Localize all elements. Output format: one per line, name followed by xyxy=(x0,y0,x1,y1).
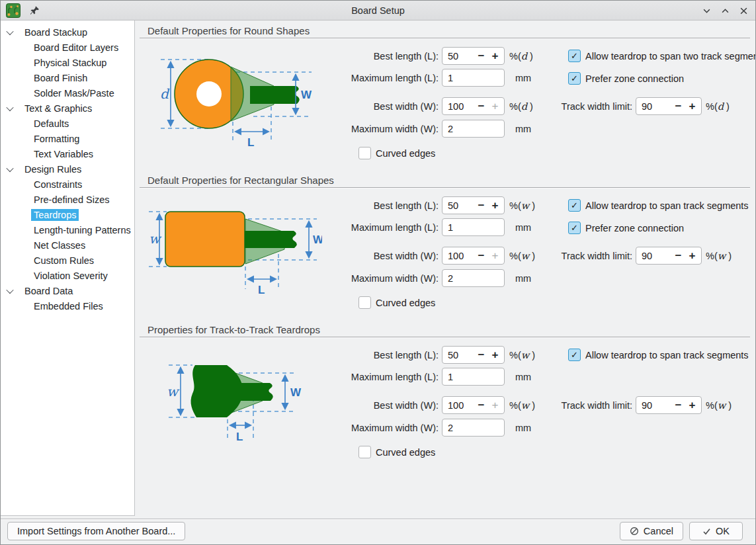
best-length-label: Best length (L): xyxy=(306,47,439,65)
increment-icon[interactable]: + xyxy=(488,349,502,362)
decrement-icon[interactable]: − xyxy=(474,399,488,412)
sidebar-item-formatting[interactable]: Formatting xyxy=(1,131,134,146)
sidebar-item-text-variables[interactable]: Text Variables xyxy=(1,146,134,161)
curved-edges-checkbox-row[interactable]: Curved edges xyxy=(358,147,435,159)
decrement-icon[interactable]: − xyxy=(671,399,685,412)
best-length-unit: %(w ) xyxy=(509,196,535,214)
checkbox-checked-icon[interactable]: ✓ xyxy=(568,222,581,234)
ok-button[interactable]: OK xyxy=(689,522,743,540)
sidebar-item-constraints[interactable]: Constraints xyxy=(1,177,134,192)
best-width-spinner[interactable]: 100 − + xyxy=(442,97,505,115)
checkbox-unchecked-icon[interactable] xyxy=(358,147,371,159)
track-to-track-teardrop-diagram: w W L xyxy=(153,350,314,451)
curved-edges-label: Curved edges xyxy=(376,447,435,458)
cancel-button[interactable]: Cancel xyxy=(620,522,683,540)
zone-connection-checkbox-row[interactable]: ✓ Prefer zone connection xyxy=(568,72,684,85)
track-width-limit-spinner[interactable]: 90 − + xyxy=(636,396,702,414)
max-width-input[interactable]: 2 xyxy=(442,269,505,287)
section-title-track-to-track: Properties for Track-to-Track Teardrops xyxy=(147,324,320,335)
span-segments-checkbox-row[interactable]: ✓ Allow teardrop to span two track segme… xyxy=(568,50,756,62)
track-width-limit-unit: %(w ) xyxy=(706,247,732,265)
track-width-limit-label: Track width limit: xyxy=(500,247,632,265)
decrement-icon[interactable]: − xyxy=(474,349,488,362)
sidebar-item-board-finish[interactable]: Board Finish xyxy=(1,70,134,85)
diagram-dim-w-small-label: w xyxy=(149,231,162,247)
checkbox-checked-icon[interactable]: ✓ xyxy=(568,349,581,361)
increment-icon[interactable]: + xyxy=(685,399,699,412)
checkbox-checked-icon[interactable]: ✓ xyxy=(568,72,581,85)
titlebar: Board Setup xyxy=(1,1,755,21)
sidebar-item-violation-severity[interactable]: Violation Severity xyxy=(1,268,134,283)
zone-connection-label: Prefer zone connection xyxy=(585,73,684,84)
checkbox-unchecked-icon[interactable] xyxy=(358,446,371,458)
sidebar-item-length-tuning-patterns[interactable]: Length-tuning Patterns xyxy=(1,222,134,237)
max-length-input[interactable]: 1 xyxy=(442,218,505,236)
close-icon[interactable] xyxy=(738,5,749,16)
diagram-dim-w-small-label: w xyxy=(167,384,180,399)
decrement-icon[interactable]: − xyxy=(671,100,685,113)
sidebar-item-board-editor-layers[interactable]: Board Editor Layers xyxy=(1,40,134,55)
max-width-unit: mm xyxy=(515,269,531,287)
best-length-unit: %(w ) xyxy=(509,346,535,364)
track-width-limit-spinner[interactable]: 90 − + xyxy=(636,97,702,115)
checkbox-checked-icon[interactable]: ✓ xyxy=(568,50,581,62)
sidebar-item-board-data[interactable]: Board Data xyxy=(1,283,134,298)
increment-icon[interactable]: + xyxy=(488,199,502,212)
sidebar-item-board-stackup[interactable]: Board Stackup xyxy=(1,24,134,40)
span-segments-checkbox-row[interactable]: ✓ Allow teardrop to span track segments xyxy=(568,349,749,361)
best-length-spinner[interactable]: 50 − + xyxy=(442,47,505,65)
increment-icon[interactable]: + xyxy=(685,249,699,263)
sidebar-item-embedded-files[interactable]: Embedded Files xyxy=(1,298,134,314)
increment-icon[interactable]: + xyxy=(685,100,699,113)
zone-connection-checkbox-row[interactable]: ✓ Prefer zone connection xyxy=(568,222,684,234)
chevron-down-icon[interactable] xyxy=(6,164,13,171)
sidebar-item-defaults[interactable]: Defaults xyxy=(1,116,134,131)
sidebar-item-design-rules[interactable]: Design Rules xyxy=(1,161,134,177)
best-width-spinner[interactable]: 100 − + xyxy=(442,396,505,414)
sidebar-item-text-graphics[interactable]: Text & Graphics xyxy=(1,101,134,116)
chevron-down-icon[interactable] xyxy=(6,286,13,293)
decrement-icon[interactable]: − xyxy=(671,249,685,263)
best-length-spinner[interactable]: 50 − + xyxy=(442,196,505,214)
increment-icon[interactable]: + xyxy=(488,50,502,63)
chevron-down-icon[interactable] xyxy=(6,103,13,110)
checkbox-unchecked-icon[interactable] xyxy=(358,296,371,309)
decrement-icon[interactable]: − xyxy=(474,50,488,63)
decrement-icon[interactable]: − xyxy=(474,249,488,263)
sidebar-item-custom-rules[interactable]: Custom Rules xyxy=(1,253,134,268)
max-width-unit: mm xyxy=(515,419,531,437)
diagram-dim-l-label: L xyxy=(258,284,265,296)
track-width-limit-spinner[interactable]: 90 − + xyxy=(636,247,702,265)
decrement-icon[interactable]: − xyxy=(474,199,488,212)
best-length-label: Best length (L): xyxy=(306,196,439,214)
sidebar-item-pre-defined-sizes[interactable]: Pre-defined Sizes xyxy=(1,192,134,207)
maximize-icon[interactable] xyxy=(720,5,730,16)
rectangular-teardrop-diagram: w W L xyxy=(149,201,322,302)
decrement-icon[interactable]: − xyxy=(474,100,488,113)
track-width-limit-unit: %(w ) xyxy=(706,396,732,414)
max-length-unit: mm xyxy=(515,218,531,236)
best-length-spinner[interactable]: 50 − + xyxy=(442,346,505,364)
max-length-input[interactable]: 1 xyxy=(442,69,505,87)
sidebar-item-solder-mask-paste[interactable]: Solder Mask/Paste xyxy=(1,85,134,101)
max-width-input[interactable]: 2 xyxy=(442,120,505,138)
max-width-input[interactable]: 2 xyxy=(442,419,505,437)
curved-edges-checkbox-row[interactable]: Curved edges xyxy=(358,296,435,309)
shade-icon[interactable] xyxy=(701,5,712,16)
sidebar-item-net-classes[interactable]: Net Classes xyxy=(1,237,134,253)
best-width-spinner[interactable]: 100 − + xyxy=(442,247,505,265)
sidebar-item-teardrops[interactable]: Teardrops xyxy=(1,207,134,222)
max-width-unit: mm xyxy=(515,120,531,138)
track-width-limit-label: Track width limit: xyxy=(500,97,632,115)
best-width-label: Best width (W): xyxy=(306,396,439,414)
max-width-label: Maximum width (W): xyxy=(306,120,439,138)
max-length-label: Maximum length (L): xyxy=(306,69,439,87)
curved-edges-checkbox-row[interactable]: Curved edges xyxy=(358,446,435,458)
best-length-label: Best length (L): xyxy=(306,346,439,364)
sidebar-item-physical-stackup[interactable]: Physical Stackup xyxy=(1,55,134,70)
max-length-input[interactable]: 1 xyxy=(442,368,505,386)
import-settings-button[interactable]: Import Settings from Another Board... xyxy=(7,522,185,540)
span-segments-checkbox-row[interactable]: ✓ Allow teardrop to span track segments xyxy=(568,199,749,212)
checkbox-checked-icon[interactable]: ✓ xyxy=(568,199,581,212)
chevron-down-icon[interactable] xyxy=(6,27,13,34)
